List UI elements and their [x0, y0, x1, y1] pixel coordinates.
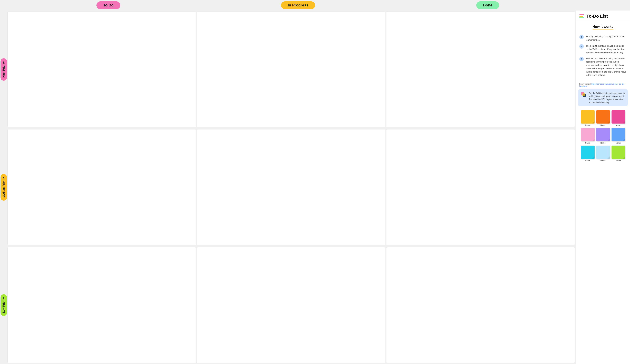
sticky-blue-item: Name [612, 128, 625, 144]
sticky-pink[interactable] [612, 110, 625, 124]
grid-row-low: Low Priority [0, 246, 576, 364]
learn-more-prefix: Learn more at [579, 83, 592, 85]
sticky-cyan[interactable] [581, 146, 594, 159]
sticky-light-pink[interactable] [581, 128, 594, 141]
row-label-medium-container: Medium Priority [0, 128, 8, 246]
col-header-done: Done [393, 1, 582, 9]
grid-cells-low [8, 246, 576, 364]
cell-low-inprogress [197, 247, 386, 363]
grid-cells-medium [8, 128, 576, 246]
stickies-section: Name Name Name Name Na [576, 108, 630, 165]
sticky-pink-item: Name [612, 110, 625, 126]
header-row: To Do In Progress Done [0, 0, 630, 10]
step-3-number: 3 [579, 57, 584, 61]
inprogress-pill: In Progress [281, 1, 315, 9]
row-label-low: Low Priority [0, 294, 7, 316]
grid-row-high: High Priority [0, 10, 576, 128]
sidebar-title: To-Do List [586, 14, 608, 19]
row-label-high-container: High Priority [0, 10, 8, 128]
cell-medium-todo [8, 129, 196, 245]
how-it-works-title: How it works [592, 25, 614, 30]
sticky-pink-label: Name [616, 124, 621, 126]
sticky-purple[interactable] [596, 128, 610, 141]
done-pill: Done [476, 1, 499, 9]
how-it-works-title-wrapper: How it works [579, 25, 626, 32]
step-3-text: Now it's time to start moving the sticki… [586, 57, 626, 77]
col-header-todo: To Do [14, 1, 203, 9]
step-1-text: Start by assigning a sticky color to eac… [586, 35, 626, 42]
sticky-orange-item: Name [596, 110, 610, 126]
sticky-blue-label: Name [616, 142, 621, 144]
sticky-purple-item: Name [596, 128, 610, 144]
step-2-text: Then, invite the team to add their tasks… [586, 44, 626, 54]
sidebar-header: To-Do List [576, 10, 630, 21]
conceptboard-icon [581, 92, 587, 98]
cell-high-inprogress [197, 12, 386, 127]
icon-line-green [579, 17, 584, 18]
sticky-yellow-item: Name [581, 110, 594, 126]
todo-pill: To Do [96, 1, 120, 9]
invite-box: Get the full Conceptboard experience by … [578, 89, 628, 106]
sticky-purple-label: Name [600, 142, 606, 144]
sticky-yellow-label: Name [585, 124, 590, 126]
col-header-inprogress: In Progress [203, 1, 393, 9]
cell-high-done [386, 12, 575, 127]
sidebar-icon [579, 14, 584, 18]
invite-text: Get the full Conceptboard experience by … [589, 92, 625, 104]
row-label-low-container: Low Priority [0, 246, 8, 364]
sticky-green-label: Name [616, 160, 621, 162]
step-3: 3 Now it's time to start moving the stic… [579, 57, 626, 77]
how-it-works-section: How it works 1 Start by assigning a stic… [576, 21, 630, 81]
stickies-row-1: Name Name Name [578, 110, 628, 126]
sticky-light-blue[interactable] [596, 146, 610, 159]
main-content: High Priority Medium Priority Low Priori… [0, 10, 630, 364]
sticky-orange-label: Name [600, 124, 606, 126]
sticky-light-blue-item: Name [596, 146, 610, 162]
learn-more: Learn more at https://conceptboard.com/b… [576, 83, 630, 87]
svg-marker-2 [582, 93, 585, 96]
icon-line-pink [579, 14, 584, 15]
stickies-row-3: Name Name Name [578, 146, 628, 162]
sticky-green[interactable] [612, 146, 625, 159]
cell-low-done [386, 247, 575, 363]
sticky-yellow[interactable] [581, 110, 594, 124]
sidebar: To-Do List How it works 1 Start by assig… [576, 10, 630, 364]
column-headers: To Do In Progress Done [14, 1, 582, 9]
grid-cells-high [8, 10, 576, 128]
sticky-cyan-item: Name [581, 146, 594, 162]
grid-area: High Priority Medium Priority Low Priori… [0, 10, 576, 364]
sticky-cyan-label: Name [585, 160, 590, 162]
step-1: 1 Start by assigning a sticky color to e… [579, 35, 626, 42]
sticky-light-pink-item: Name [581, 128, 594, 144]
grid-row-medium: Medium Priority [0, 128, 576, 246]
sticky-blue[interactable] [612, 128, 625, 141]
step-2-number: 2 [579, 44, 584, 49]
step-1-number: 1 [579, 35, 584, 39]
row-label-medium: Medium Priority [0, 174, 7, 201]
sticky-green-item: Name [612, 146, 625, 162]
cell-medium-done [386, 129, 575, 245]
cell-high-todo [8, 12, 196, 127]
row-label-high: High Priority [0, 58, 7, 81]
sticky-light-pink-label: Name [585, 142, 590, 144]
cell-low-todo [8, 247, 196, 363]
sticky-orange[interactable] [596, 110, 610, 124]
stickies-row-2: Name Name Name [578, 128, 628, 144]
sticky-light-blue-label: Name [600, 160, 606, 162]
icon-line-yellow [579, 16, 583, 16]
cell-medium-inprogress [197, 129, 386, 245]
step-2: 2 Then, invite the team to add their tas… [579, 44, 626, 54]
